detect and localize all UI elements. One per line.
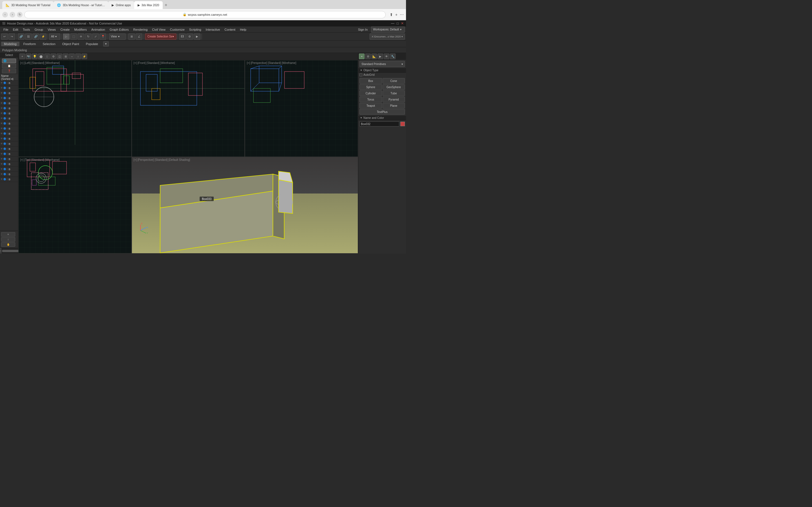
utilities-icon[interactable]: 🔧 xyxy=(390,54,396,59)
view-dropdown[interactable]: View ▾ xyxy=(109,34,126,40)
link-button[interactable]: 🔗 xyxy=(18,34,24,40)
undo-button[interactable]: ↩ xyxy=(1,34,8,40)
tab-populate[interactable]: Populate xyxy=(83,42,101,46)
select-button[interactable]: ▷ xyxy=(63,34,70,40)
viewport-persp-wire[interactable]: [+] [Perspective] [Standard] [Wireframe] xyxy=(245,60,358,157)
list-item-17[interactable]: 👁 🔵 □ B xyxy=(0,162,18,167)
menu-create[interactable]: Create xyxy=(58,27,72,32)
modify-icon[interactable]: ⚙ xyxy=(365,54,371,59)
vp-icon-cam[interactable]: 📷 xyxy=(26,54,31,59)
reload-button[interactable]: ↻ xyxy=(17,12,22,17)
autogrid-checkbox[interactable] xyxy=(359,73,362,76)
vp-icon-sphere[interactable]: ⬤ xyxy=(38,54,44,59)
menu-signin[interactable]: Sign In xyxy=(356,27,370,32)
scroll-left[interactable]: ‹ xyxy=(0,248,1,254)
menu-civil-view[interactable]: Civil View xyxy=(150,27,167,32)
color-swatch[interactable] xyxy=(400,122,405,126)
help-left-btn[interactable]: ❓ xyxy=(2,69,16,73)
menu-icon[interactable]: ⋯ xyxy=(400,12,404,17)
new-window-icon[interactable]: + xyxy=(395,12,398,17)
menu-customize[interactable]: Customize xyxy=(168,27,187,32)
back-button[interactable]: ‹ xyxy=(2,12,8,17)
menu-edit[interactable]: Edit xyxy=(11,27,20,32)
btn-geosphere[interactable]: GeoSphere xyxy=(383,84,405,90)
unlink-button[interactable]: ⛓ xyxy=(25,34,32,40)
sort-btn[interactable]: ↕ xyxy=(1,237,15,242)
menu-group[interactable]: Group xyxy=(32,27,45,32)
btn-box[interactable]: Box xyxy=(359,78,382,83)
btn-tube[interactable]: Tube xyxy=(383,91,405,96)
list-item-3[interactable]: 👁 🔵 □ B xyxy=(0,91,18,96)
misc-btn-1[interactable]: ⚡ xyxy=(40,34,47,40)
menu-views[interactable]: Views xyxy=(45,27,58,32)
snap-btn[interactable]: ⊞ xyxy=(128,34,135,40)
vp-icon-misc3[interactable]: ◫ xyxy=(57,54,62,59)
forward-button[interactable]: › xyxy=(10,12,15,17)
motion-icon[interactable]: ▶ xyxy=(377,54,383,59)
list-item-20[interactable]: 👁 🔵 □ B xyxy=(0,177,18,182)
viewport-front[interactable]: [+] [Front] [Standard] [Wireframe] xyxy=(132,60,245,157)
object-name-input[interactable] xyxy=(359,121,399,126)
create-selection-button[interactable]: Create Selection Se ▾ xyxy=(145,34,176,40)
list-item-18[interactable]: 👁 🔵 □ B xyxy=(0,167,18,172)
list-item-10[interactable]: 👁 🔵 □ B xyxy=(0,126,18,131)
list-item-5[interactable]: 👁 🔵 □ B xyxy=(0,101,18,106)
populate-dropdown[interactable]: ▾ xyxy=(103,41,109,47)
new-tab-button[interactable]: + xyxy=(163,1,169,9)
place-button[interactable]: 📍 xyxy=(100,34,106,40)
list-item-14[interactable]: 👁 🔵 □ B xyxy=(0,147,18,152)
minimize-button[interactable]: — xyxy=(391,21,395,25)
viewport-left[interactable]: [+] [Left] [Standard] [Wireframe] xyxy=(18,60,132,157)
menu-graph-editors[interactable]: Graph Editors xyxy=(107,27,131,32)
list-item-12[interactable]: 👁 🔵 □ B xyxy=(0,136,18,142)
menu-help[interactable]: Help xyxy=(238,27,249,32)
vp-icon-misc2[interactable]: ⚙ xyxy=(50,54,56,59)
viewport-top[interactable]: [+] [Top] [Standard] [Wireframe] xyxy=(18,157,132,254)
scroll-track[interactable] xyxy=(2,250,19,252)
share-icon[interactable]: ⬆ xyxy=(390,12,393,17)
vp-icon-light[interactable]: 💡 xyxy=(32,54,38,59)
tab-selection[interactable]: Selection xyxy=(40,42,58,46)
list-item-7[interactable]: 👁 🔵 □ B xyxy=(0,111,18,116)
maxscript-path[interactable]: X:\Documen...s Max 2020 ▾ xyxy=(370,34,405,40)
list-item-15[interactable]: 👁 🔵 □ B xyxy=(0,152,18,157)
scale-button[interactable]: ⤢ xyxy=(92,34,99,40)
btn-cylinder[interactable]: Cylinder xyxy=(359,91,382,96)
btn-plane[interactable]: Plane xyxy=(383,103,405,108)
tab-object-paint[interactable]: Object Paint xyxy=(59,42,82,46)
filter-btn[interactable]: ≡ xyxy=(1,232,15,237)
menu-scripting[interactable]: Scripting xyxy=(187,27,204,32)
tab-3d-modeling[interactable]: 📐 3D Modeling House W/ Tutorial xyxy=(2,1,54,9)
workspaces-dropdown[interactable]: Workspaces: Default ▾ xyxy=(371,26,405,33)
filter-dropdown[interactable]: All ▾ xyxy=(49,34,60,40)
vp-icon-misc6[interactable]: ↕ xyxy=(75,54,81,59)
tab-freeform[interactable]: Freeform xyxy=(20,42,39,46)
tab-mtv[interactable]: 🌐 3Ds Modeling House - w/ Tutorial (MTV … xyxy=(54,1,108,9)
primitives-dropdown[interactable]: Standard Primitives ▾ xyxy=(359,61,405,67)
menu-tools[interactable]: Tools xyxy=(20,27,33,32)
list-item-9[interactable]: 👁 🔵 □ B xyxy=(0,121,18,126)
tab-online-apps[interactable]: ▶ Online apps xyxy=(108,1,134,9)
menu-rendering[interactable]: Rendering xyxy=(131,27,150,32)
select-region-button[interactable]: ⬚ xyxy=(70,34,77,40)
menu-file[interactable]: File xyxy=(1,27,11,32)
vp-icon-misc1[interactable]: □ xyxy=(44,54,50,59)
address-bar[interactable]: 🔒 wcpss-samphire.cameyo.net xyxy=(24,11,386,18)
display-icon[interactable]: 👁 xyxy=(384,54,389,59)
close-button[interactable]: ✕ xyxy=(401,21,404,25)
menu-modifiers[interactable]: Modifiers xyxy=(72,27,89,32)
tab-3dsmax[interactable]: ▶ 3ds Max 2020 xyxy=(134,1,163,9)
hierarchy-icon[interactable]: 📐 xyxy=(371,54,377,59)
list-item-2[interactable]: 👁 🔵 □ B xyxy=(0,86,18,91)
scene-explorer-btn[interactable]: 🌐 xyxy=(2,59,16,63)
create-icon[interactable]: ✦ xyxy=(359,54,364,59)
grab-btn[interactable]: ✋ xyxy=(1,242,15,247)
btn-torus[interactable]: Torus xyxy=(359,97,382,102)
render-setup-btn[interactable]: ⚙ xyxy=(186,34,193,40)
list-scroll[interactable]: 👁 🔵 □ B 👁 🔵 □ B 👁 🔵 □ xyxy=(0,80,18,231)
snap-angle-btn[interactable]: ∠ xyxy=(136,34,142,40)
btn-sphere[interactable]: Sphere xyxy=(359,84,382,90)
list-item-11[interactable]: 👁 🔵 □ B xyxy=(0,131,18,136)
menu-animation[interactable]: Animation xyxy=(89,27,107,32)
list-item-4[interactable]: 👁 🔵 □ B xyxy=(0,96,18,101)
